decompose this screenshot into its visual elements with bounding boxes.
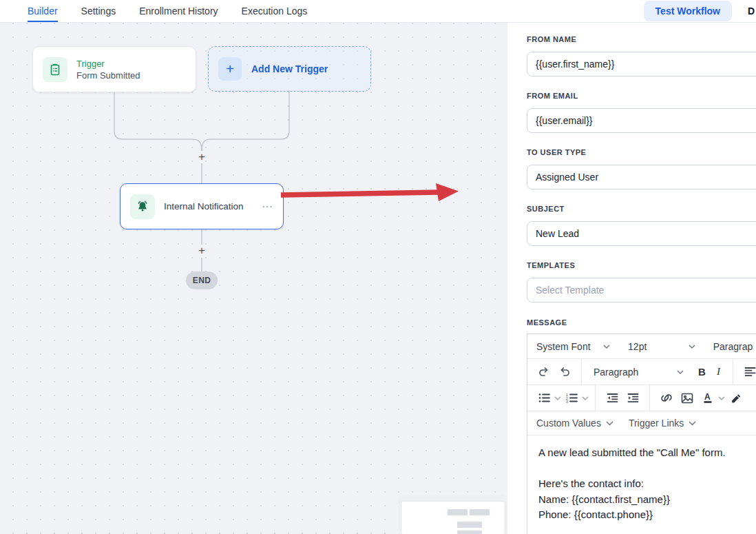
chevron-down-icon[interactable] [718, 396, 725, 400]
workflow-tab-bar: Builder Settings Enrollment History Exec… [0, 0, 756, 23]
trigger-node-title: Trigger [76, 59, 140, 69]
add-step-button-top[interactable]: + [196, 151, 208, 163]
chevron-down-icon [689, 421, 696, 426]
bell-icon [130, 194, 155, 219]
add-step-button-bottom[interactable]: + [196, 245, 208, 257]
message-rich-text-editor: System Font 12pt Paragrap [527, 333, 756, 534]
chevron-down-icon [689, 345, 695, 349]
chevron-down-icon [606, 421, 613, 426]
add-new-trigger-label: Add New Trigger [251, 63, 328, 74]
chevron-down-icon [677, 370, 684, 374]
tab-builder[interactable]: Builder [28, 0, 58, 22]
from-email-input[interactable] [527, 108, 756, 133]
chevron-down-icon [603, 345, 610, 349]
subject-label: SUBJECT [527, 205, 756, 213]
subject-input[interactable] [527, 221, 756, 246]
text-color-button[interactable]: A [697, 389, 718, 408]
template-select[interactable] [527, 278, 756, 302]
font-family-dropdown[interactable]: System Font [527, 334, 619, 358]
redo-button[interactable] [554, 362, 575, 382]
message-line: Name: {{contact.first_name}} [538, 492, 756, 508]
templates-label: TEMPLATES [527, 261, 756, 269]
from-name-input[interactable] [527, 52, 756, 76]
tab-settings[interactable]: Settings [81, 0, 116, 22]
canvas-minimap[interactable] [398, 495, 507, 534]
italic-button[interactable]: I [710, 362, 726, 382]
plus-icon: + [218, 57, 242, 81]
action-node-label: Internal Notification [164, 201, 262, 212]
draft-toggle-partial[interactable]: D [748, 6, 756, 17]
align-left-button[interactable] [739, 362, 756, 382]
bullet-list-button[interactable] [534, 389, 554, 408]
svg-text:A: A [704, 392, 711, 402]
tab-execution-logs[interactable]: Execution Logs [242, 0, 308, 22]
internal-notification-node[interactable]: Internal Notification ⋯ [120, 183, 284, 229]
highlight-color-button[interactable] [725, 389, 746, 408]
from-name-label: FROM NAME [527, 35, 756, 43]
message-line: Here's the contact info: [538, 476, 756, 492]
bold-button[interactable]: B [693, 362, 710, 382]
insert-image-button[interactable] [677, 389, 697, 408]
trigger-node[interactable]: Trigger Form Submitted [32, 46, 196, 92]
trigger-node-subtitle: Form Submitted [76, 70, 140, 81]
node-options-menu-icon[interactable]: ⋯ [262, 200, 273, 213]
add-new-trigger-button[interactable]: + Add New Trigger [208, 46, 371, 92]
svg-text:3: 3 [566, 400, 568, 403]
outdent-button[interactable] [602, 389, 622, 408]
topbar-right: Test Workflow D [644, 0, 756, 22]
chevron-down-icon[interactable] [554, 396, 561, 400]
paragraph-dropdown[interactable]: Paragraph [590, 367, 693, 378]
message-label: MESSAGE [527, 318, 756, 327]
tab-enrollment-history[interactable]: Enrollment History [139, 0, 218, 22]
message-line [538, 461, 756, 477]
from-email-label: FROM EMAIL [527, 92, 756, 100]
connector-lines [0, 23, 507, 534]
font-size-dropdown[interactable]: 12pt [619, 334, 704, 358]
end-node: END [186, 271, 218, 289]
insert-link-button[interactable] [656, 389, 677, 408]
numbered-list-button[interactable]: 1 2 3 [561, 389, 582, 408]
custom-values-dropdown[interactable]: Custom Values [536, 418, 613, 429]
workflow-canvas[interactable]: Trigger Form Submitted + Add New Trigger… [0, 23, 507, 534]
minimap-viewport [401, 502, 505, 534]
test-workflow-button[interactable]: Test Workflow [644, 1, 732, 21]
message-body-editor[interactable]: A new lead submitted the "Call Me" form.… [527, 435, 756, 534]
block-format-dropdown-cut[interactable]: Paragrap [704, 334, 756, 358]
to-user-type-select[interactable] [527, 165, 756, 189]
message-line: A new lead submitted the "Call Me" form. [538, 445, 756, 461]
undo-button[interactable] [534, 362, 554, 382]
action-settings-panel: FROM NAME FROM EMAIL TO USER TYPE SUBJEC… [507, 23, 756, 534]
to-user-type-label: TO USER TYPE [527, 148, 756, 156]
trigger-links-dropdown[interactable]: Trigger Links [629, 418, 696, 429]
chevron-down-icon[interactable] [582, 396, 589, 400]
message-line: Phone: {{contact.phone}} [538, 507, 756, 523]
indent-button[interactable] [622, 389, 643, 408]
form-clipboard-icon [43, 57, 67, 82]
